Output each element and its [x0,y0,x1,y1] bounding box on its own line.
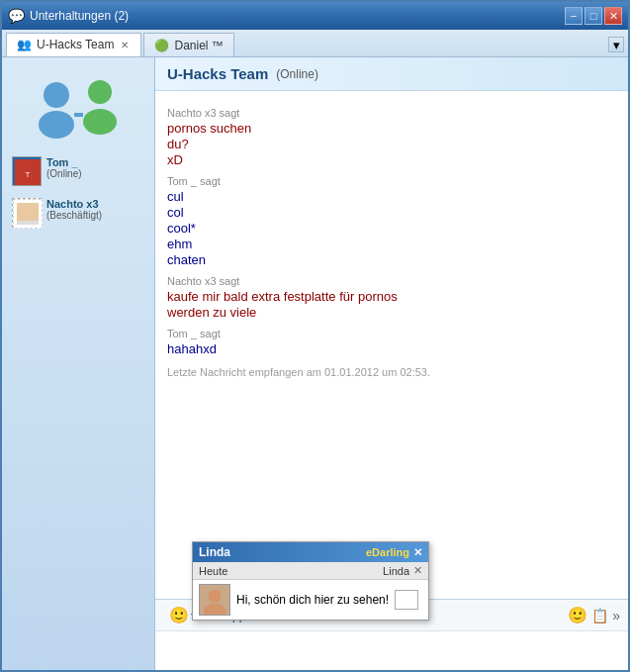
msg-tom-1-2: col [167,205,616,220]
toolbar-smiley-right: 🙂 [568,606,587,624]
svg-point-3 [83,109,117,135]
popup-avatar [199,584,230,616]
popup-message-area: Hi, schön dich hier zu sehen! [193,580,428,620]
msg-tom-1-3: cool* [167,221,616,236]
title-bar-left: 💬 Unterhaltungen (2) [8,8,129,24]
popup-notification: Linda eDarling ✕ Heute Linda ✕ [192,541,429,621]
group-name-text: U-Hacks Team [167,65,268,82]
svg-point-12 [208,590,221,603]
tom-avatar: T [12,156,42,186]
popup-header-right: eDarling ✕ [366,546,422,559]
popup-header-name: Linda [199,545,230,559]
sender-nachto-2: Nachto x3 sagt [167,275,616,287]
toolbar-expand[interactable]: » [612,608,620,624]
svg-rect-9 [17,203,39,221]
msg-tom-1-1: cul [167,189,616,204]
nachto-name: Nachto x3 [46,198,102,210]
last-message-info: Letzte Nachricht empfangen am 01.01.2012… [167,366,616,378]
sidebar: T Tom _ (Online) Nacht [2,57,155,672]
svg-rect-10 [17,221,39,225]
chat-messages[interactable]: Nachto x3 sagt pornos suchen du? xD Tom … [155,91,628,599]
main-window: 💬 Unterhaltungen (2) − □ ✕ 👥 U-Hacks Tea… [0,0,630,672]
chat-title: U-Hacks Team (Online) [167,65,616,82]
sender-tom-2: Tom _ sagt [167,328,616,339]
tom-name: Tom _ [46,156,82,168]
tab-daniel-icon: 🟢 [154,39,169,52]
msg-tom-1-5: chaten [167,252,616,267]
tab-uhacks-close[interactable]: ✕ [119,40,131,50]
svg-point-2 [88,80,112,104]
nachto-avatar-img [13,199,43,229]
msg-tom-1-4: ehm [167,237,616,251]
group-svg [29,70,128,144]
popup-close-button[interactable]: ✕ [413,546,422,559]
popup-subheader: Heute Linda ✕ [193,562,428,580]
maximize-button[interactable]: □ [585,7,602,25]
chat-header: U-Hacks Team (Online) [155,57,628,91]
group-status-text: (Online) [276,67,318,81]
svg-point-0 [44,82,69,108]
tab-uhacks[interactable]: 👥 U-Hacks Team ✕ [6,33,141,56]
msg-tom-2-1: hahahxd [167,341,616,356]
tom-status: (Online) [46,168,82,179]
popup-header: Linda eDarling ✕ [193,542,428,562]
popup-body: Heute Linda ✕ Hi, schön dich hier zu seh… [193,562,428,620]
message-input[interactable] [155,631,628,671]
linda-avatar-img [200,584,229,616]
app-icon: 💬 [8,8,25,24]
tom-info: Tom _ (Online) [46,156,82,179]
nachto-avatar [12,198,42,228]
svg-point-1 [39,111,74,139]
nachto-info: Nachto x3 (Beschäftigt) [46,198,102,221]
msg-nachto-2-2: werden zu viele [167,305,616,320]
title-bar-controls: − □ ✕ [565,7,622,25]
popup-message-text: Hi, schön dich hier zu sehen! [236,593,389,607]
tom-avatar-img: T [13,157,42,186]
popup-today-label: Heute [199,565,227,577]
close-button[interactable]: ✕ [604,7,622,25]
title-bar: 💬 Unterhaltungen (2) − □ ✕ [2,2,628,30]
nachto-status: (Beschäftigt) [46,210,102,221]
msg-nachto-1-2: du? [167,137,616,151]
popup-sub-close[interactable]: ✕ [413,564,422,577]
contact-nachto[interactable]: Nachto x3 (Beschäftigt) [10,196,146,230]
popup-linda-label: Linda [383,565,409,577]
toolbar-icon-2: 📋 [591,608,608,624]
svg-text:T: T [26,170,31,179]
msg-nachto-2-1: kaufe mir bald extra festplatte für porn… [167,289,616,304]
smiley-icon: 🙂 [169,606,189,624]
tab-daniel[interactable]: 🟢 Daniel ™ [143,33,233,56]
tab-uhacks-icon: 👥 [17,38,32,51]
popup-subheader-right: Linda ✕ [383,564,422,577]
minimize-button[interactable]: − [565,7,583,25]
sender-nachto-1: Nachto x3 sagt [167,107,616,119]
tab-uhacks-label: U-Hacks Team [37,38,114,51]
popup-badge: eDarling [366,546,409,558]
title-bar-text: Unterhaltungen (2) [30,9,129,23]
msg-nachto-1-3: xD [167,152,616,167]
msg-nachto-1-1: pornos suchen [167,121,616,136]
tab-bar: 👥 U-Hacks Team ✕ 🟢 Daniel ™ ▾ [2,30,628,57]
popup-reply-input[interactable] [395,590,418,610]
contact-tom[interactable]: T Tom _ (Online) [10,154,146,188]
sender-tom-1: Tom _ sagt [167,175,616,187]
toolbar-right: 🙂 📋 » [568,606,620,624]
tab-daniel-label: Daniel ™ [174,39,223,52]
group-icon [29,67,128,146]
tab-dropdown-button[interactable]: ▾ [608,37,624,52]
